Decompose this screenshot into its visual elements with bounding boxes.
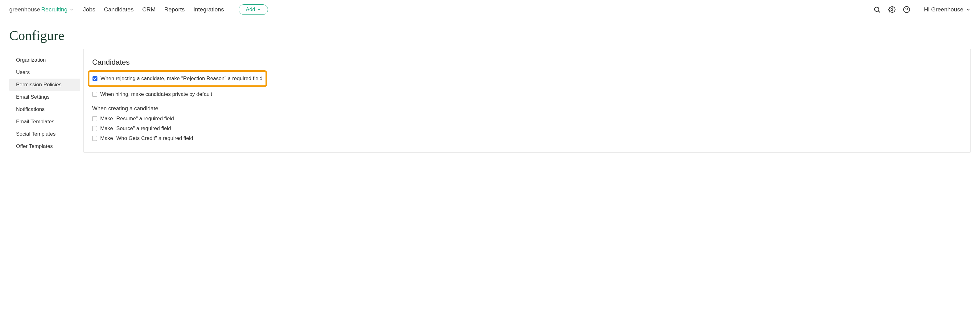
gear-icon[interactable]: [888, 6, 896, 13]
nav-integrations[interactable]: Integrations: [193, 6, 224, 13]
svg-line-1: [878, 11, 880, 12]
user-greeting: Hi Greenhouse: [924, 6, 963, 13]
chevron-down-icon: [257, 8, 261, 11]
sidebar-item-permission-policies[interactable]: Permission Policies: [9, 79, 80, 91]
sidebar-item-offer-templates[interactable]: Offer Templates: [9, 140, 80, 153]
chevron-down-icon: [69, 7, 74, 12]
nav-links: Jobs Candidates CRM Reports Integrations: [83, 6, 224, 13]
sidebar-item-email-templates[interactable]: Email Templates: [9, 116, 80, 128]
nav-reports[interactable]: Reports: [164, 6, 185, 13]
search-icon[interactable]: [873, 6, 881, 13]
highlighted-option: When rejecting a candidate, make "Reject…: [88, 70, 267, 87]
chevron-down-icon: [966, 7, 971, 12]
subsection-title: When creating a candidate...: [88, 105, 962, 112]
logo-text-primary: greenhouse: [9, 6, 40, 13]
svg-point-0: [875, 7, 879, 11]
section-title-candidates: Candidates: [88, 58, 962, 67]
sidebar-item-users[interactable]: Users: [9, 66, 80, 79]
checkbox-rejection-reason[interactable]: [92, 76, 97, 81]
option-label: Make "Who Gets Credit" a required field: [100, 135, 193, 142]
option-rejection-reason: When rejecting a candidate, make "Reject…: [92, 74, 262, 84]
sidebar-item-organization[interactable]: Organization: [9, 54, 80, 66]
sidebar: Organization Users Permission Policies E…: [9, 49, 80, 153]
sidebar-item-email-settings[interactable]: Email Settings: [9, 91, 80, 103]
nav-jobs[interactable]: Jobs: [83, 6, 95, 13]
option-label: Make "Source" a required field: [100, 126, 171, 132]
nav-crm[interactable]: CRM: [142, 6, 156, 13]
option-source-required: Make "Source" a required field: [88, 124, 962, 134]
add-button[interactable]: Add: [239, 4, 268, 15]
option-who-gets-credit-required: Make "Who Gets Credit" a required field: [88, 134, 962, 143]
option-resume-required: Make "Resume" a required field: [88, 114, 962, 124]
top-nav: greenhouse Recruiting Jobs Candidates CR…: [0, 0, 980, 19]
nav-icons: Hi Greenhouse: [873, 6, 971, 13]
checkbox-hiring-private[interactable]: [92, 92, 97, 97]
option-label: When rejecting a candidate, make "Reject…: [100, 75, 262, 82]
add-button-label: Add: [246, 6, 255, 13]
content-area: Organization Users Permission Policies E…: [0, 49, 980, 153]
sidebar-item-social-templates[interactable]: Social Templates: [9, 128, 80, 140]
user-menu[interactable]: Hi Greenhouse: [924, 6, 971, 13]
option-label: Make "Resume" a required field: [100, 116, 174, 122]
checkbox-who-gets-credit-required[interactable]: [92, 136, 97, 141]
logo-text-secondary: Recruiting: [41, 6, 68, 13]
help-icon[interactable]: [903, 6, 910, 13]
nav-candidates[interactable]: Candidates: [104, 6, 134, 13]
checkbox-resume-required[interactable]: [92, 116, 97, 121]
logo-dropdown[interactable]: greenhouse Recruiting: [9, 6, 74, 13]
svg-point-2: [891, 9, 893, 11]
option-hiring-private: When hiring, make candidates private by …: [88, 89, 962, 99]
page-title: Configure: [0, 19, 980, 49]
sidebar-item-notifications[interactable]: Notifications: [9, 103, 80, 116]
main-panel: Candidates When rejecting a candidate, m…: [83, 49, 971, 153]
option-label: When hiring, make candidates private by …: [100, 91, 212, 97]
checkbox-source-required[interactable]: [92, 126, 97, 131]
